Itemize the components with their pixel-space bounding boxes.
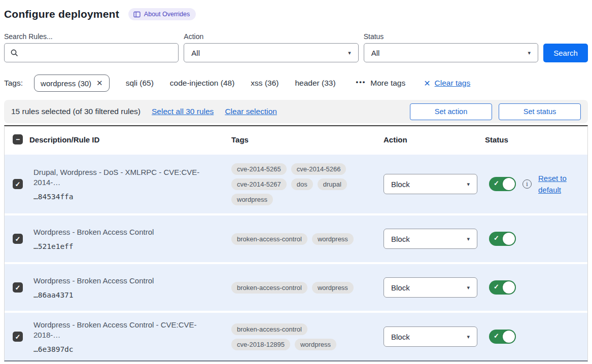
table-row: ✓ Drupal, Wordpress - DoS - XMLRPC - CVE…	[5, 153, 587, 213]
rule-id: …521e1eff	[33, 242, 221, 250]
clear-tags-link[interactable]: ✕ Clear tags	[424, 79, 470, 88]
rule-tag: cve-2014-5266	[291, 163, 346, 175]
remove-tag-icon[interactable]: ✕	[96, 79, 103, 88]
page-title: Configure deployment	[4, 8, 119, 20]
rule-tag: broken-access-control	[231, 282, 307, 294]
action-select[interactable]: Block ▾	[384, 174, 477, 194]
action-value: Block	[391, 333, 410, 341]
table-header-row: − Description/Rule ID Tags Action Status	[5, 126, 587, 153]
check-icon: ✓	[494, 179, 499, 187]
more-tags-label: More tags	[370, 79, 405, 88]
clear-selection-link[interactable]: Clear selection	[225, 107, 277, 116]
description-cell: Wordpress - Broken Access Control …521e1…	[29, 220, 231, 258]
table-row: ✓ Wordpress - Broken Access Control …521…	[5, 213, 587, 262]
tags-cell: cve-2014-5265 cve-2014-5266 cve-2014-526…	[231, 157, 384, 211]
status-toggle[interactable]: ✓	[489, 232, 516, 246]
check-icon: ✓	[494, 332, 499, 340]
set-action-button[interactable]: Set action	[410, 103, 492, 120]
action-filter-label: Action	[184, 32, 358, 41]
tags-label: Tags:	[4, 79, 23, 88]
row-checkbox[interactable]: ✓	[13, 282, 23, 293]
reset-to-default-link[interactable]: Reset to default	[538, 172, 572, 196]
row-checkbox[interactable]: ✓	[13, 332, 23, 342]
action-filter-select[interactable]: All ▾	[184, 43, 358, 62]
action-cell: Block ▾	[384, 174, 485, 194]
rule-description: Wordpress - Broken Access Control - CVE:…	[33, 320, 221, 340]
filters-bar: Search Rules... Action All ▾ Status All	[4, 32, 588, 62]
action-select[interactable]: Block ▾	[384, 326, 477, 347]
tag-code-injection[interactable]: code-injection (48)	[170, 79, 235, 88]
rules-table: − Description/Rule ID Tags Action Status…	[4, 125, 588, 361]
chevron-down-icon: ▾	[467, 334, 470, 340]
tags-cell: broken-access-control cve-2018-12895 wor…	[231, 317, 384, 356]
rule-tag: cve-2014-5267	[231, 178, 287, 190]
action-cell: Block ▾	[384, 277, 485, 298]
tag-header[interactable]: header (33)	[295, 79, 335, 88]
about-overrides-badge[interactable]: About Overrides	[128, 8, 196, 20]
action-value: Block	[391, 235, 410, 243]
action-filter-value: All	[191, 49, 200, 57]
status-toggle[interactable]: ✓	[489, 177, 516, 191]
action-value: Block	[391, 283, 410, 292]
status-filter-label: Status	[364, 32, 538, 41]
action-cell: Block ▾	[384, 229, 485, 249]
rule-description: Drupal, Wordpress - DoS - XMLRPC - CVE:C…	[33, 167, 221, 187]
rule-id: …6e3897dc	[33, 345, 221, 353]
status-cell: ✓	[485, 232, 587, 246]
status-cell: ✓ i Reset to default	[485, 172, 587, 196]
table-row: ✓ Wordpress - Broken Access Control - CV…	[5, 311, 587, 360]
select-all-checkbox[interactable]: −	[13, 134, 23, 144]
status-toggle[interactable]: ✓	[489, 280, 516, 295]
status-cell: ✓	[485, 330, 587, 344]
status-toggle[interactable]: ✓	[489, 330, 516, 344]
description-cell: Wordpress - Broken Access Control - CVE:…	[29, 313, 231, 360]
col-tags: Tags	[231, 135, 384, 144]
chevron-down-icon: ▾	[467, 181, 470, 188]
row-checkbox[interactable]: ✓	[13, 234, 23, 244]
status-filter-select[interactable]: All ▾	[364, 43, 538, 62]
description-cell: Wordpress - Broken Access Control …86aa4…	[29, 269, 231, 307]
rule-tag: cve-2018-12895	[231, 339, 290, 350]
rule-tag: wordpress	[312, 233, 354, 245]
rule-description: Wordpress - Broken Access Control	[33, 276, 221, 286]
more-tags-button[interactable]: ••• More tags	[356, 79, 406, 88]
check-icon: ✓	[494, 234, 499, 242]
chevron-down-icon: ▾	[348, 50, 351, 56]
configure-deployment-page: Configure deployment About Overrides Sea…	[0, 0, 592, 361]
info-icon[interactable]: i	[523, 179, 532, 189]
search-input-box	[4, 43, 179, 62]
row-checkbox[interactable]: ✓	[13, 179, 23, 189]
tag-xss[interactable]: xss (36)	[251, 79, 278, 88]
col-action: Action	[384, 135, 485, 144]
status-filter-group: Status All ▾	[364, 32, 538, 62]
toggle-knob	[503, 233, 515, 245]
chevron-down-icon: ▾	[467, 236, 470, 242]
select-all-link[interactable]: Select all 30 rules	[152, 107, 214, 116]
rule-tag: broken-access-control	[231, 323, 307, 335]
search-icon	[10, 49, 19, 59]
action-select[interactable]: Block ▾	[384, 277, 477, 298]
tag-sqli[interactable]: sqli (65)	[126, 79, 154, 88]
close-icon: ✕	[424, 79, 430, 88]
rule-tag: broken-access-control	[231, 233, 307, 245]
action-select[interactable]: Block ▾	[384, 229, 477, 249]
rule-id: …86aa4371	[33, 291, 221, 299]
rule-tag: dos	[291, 178, 313, 190]
rule-tag: wordpress	[231, 194, 273, 205]
selection-summary: 15 rules selected (of 30 filtered rules)	[11, 107, 141, 116]
row-checkbox-cell: ✓	[5, 282, 29, 293]
clear-tags-label: Clear tags	[435, 79, 471, 88]
search-field-group: Search Rules...	[4, 32, 179, 62]
status-filter-value: All	[371, 49, 380, 57]
selected-tag-wordpress[interactable]: wordpress (30) ✕	[34, 75, 110, 92]
chevron-down-icon: ▾	[467, 284, 470, 291]
action-cell: Block ▾	[384, 326, 485, 347]
search-input[interactable]	[5, 44, 178, 62]
search-button[interactable]: Search	[543, 44, 588, 62]
row-checkbox-cell: ✓	[5, 179, 29, 189]
search-rules-label: Search Rules...	[4, 32, 179, 41]
action-filter-group: Action All ▾	[184, 32, 358, 62]
set-status-button[interactable]: Set status	[499, 103, 581, 120]
row-checkbox-cell: ✓	[5, 234, 29, 244]
col-status: Status	[485, 135, 587, 144]
